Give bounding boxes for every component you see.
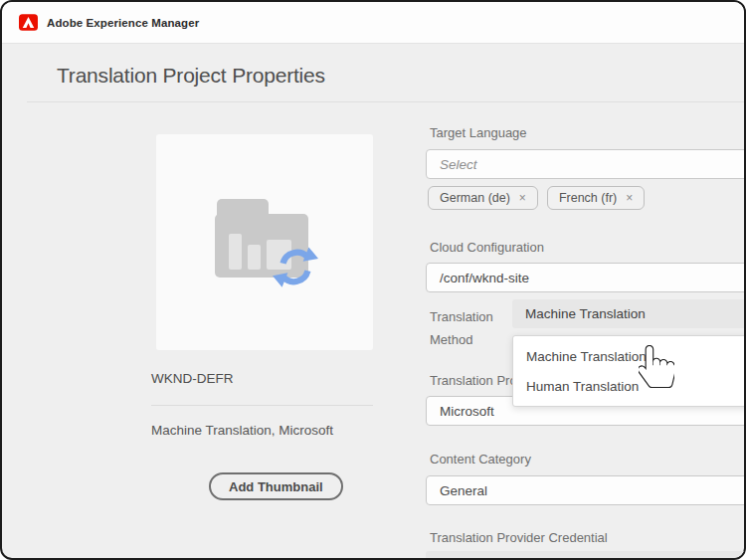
translation-method-dropdown: Machine Translation Human Translation [512, 335, 746, 407]
translation-provider-credential-label: Translation Provider Credential [430, 530, 608, 545]
remove-tag-icon[interactable]: × [626, 191, 633, 205]
language-tag-label: French (fr) [559, 191, 617, 205]
add-thumbnail-button[interactable]: Add Thumbnail [209, 472, 343, 500]
target-language-select[interactable]: Select [426, 149, 746, 179]
project-name: WKND-DEFR [151, 371, 234, 386]
cloud-configuration-input[interactable]: /conf/wknd-site [426, 263, 746, 292]
dropdown-option-machine-translation[interactable]: Machine Translation [513, 341, 746, 371]
translation-method-select[interactable]: Machine Translation [512, 299, 746, 328]
language-tag-german: German (de) × [428, 186, 538, 210]
adobe-logo-icon [19, 14, 38, 31]
topbar: Adobe Experience Manager [2, 2, 744, 44]
title-divider [27, 101, 744, 102]
language-tag-french: French (fr) × [547, 186, 645, 210]
dropdown-option-human-translation[interactable]: Human Translation [513, 371, 746, 401]
thumbnail-divider [151, 405, 373, 406]
translation-method-label: Translation Method [430, 305, 511, 351]
page-title: Translation Project Properties [57, 64, 325, 88]
selected-language-tags: German (de) × French (fr) × [428, 186, 645, 210]
translation-provider-credential-select[interactable] [426, 551, 746, 560]
sync-arrows-icon [273, 244, 318, 290]
language-tag-label: German (de) [440, 191, 510, 205]
remove-tag-icon[interactable]: × [519, 191, 526, 205]
content-category-input[interactable]: General [426, 475, 746, 505]
thumbnail-card [156, 134, 373, 350]
app-name: Adobe Experience Manager [47, 17, 199, 29]
aem-window: Adobe Experience Manager Translation Pro… [0, 0, 746, 560]
target-language-placeholder: Select [440, 157, 477, 172]
project-summary: Machine Translation, Microsoft [151, 423, 333, 438]
content-category-label: Content Category [430, 452, 531, 467]
target-language-label: Target Language [430, 125, 527, 140]
cloud-configuration-label: Cloud Configuration [430, 240, 544, 255]
